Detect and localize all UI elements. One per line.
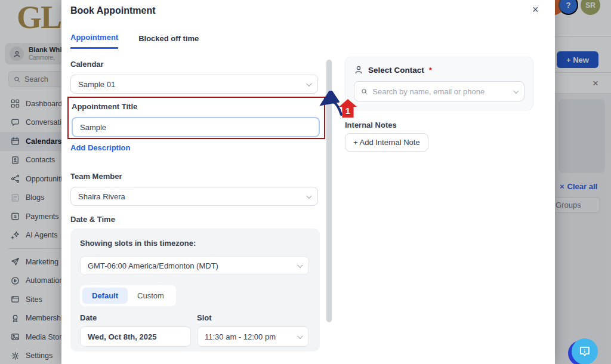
book-appointment-modal: Book Appointment × Appointment Blocked o… xyxy=(61,0,555,364)
add-description-link[interactable]: Add Description xyxy=(70,143,130,152)
modal-tabs: Appointment Blocked off time xyxy=(70,33,199,49)
chevron-down-icon xyxy=(306,81,312,87)
calendar-label: Calendar xyxy=(70,60,104,69)
search-icon xyxy=(361,88,368,95)
chevron-down-icon xyxy=(297,262,303,268)
team-member-select-value: Shaira Rivera xyxy=(78,192,125,201)
add-internal-note-button[interactable]: + Add Internal Note xyxy=(345,133,428,152)
required-asterisk: * xyxy=(429,66,432,75)
appointment-title-label: Appointment Title xyxy=(72,102,137,111)
screen: ? SR + New × × Clear all Groups GL Blank… xyxy=(0,0,611,364)
person-icon xyxy=(354,65,363,75)
calendar-select[interactable]: Sample 01 xyxy=(70,75,318,94)
modal-title: Book Appointment xyxy=(70,5,156,16)
slot-select-value: 11:30 am - 12:00 pm xyxy=(205,332,276,341)
chevron-down-icon xyxy=(306,193,312,199)
chevron-down-icon xyxy=(297,333,303,339)
tab-blocked-off-time[interactable]: Blocked off time xyxy=(138,33,199,49)
annotation-step-number: 1 xyxy=(345,106,350,116)
timezone-select-value: GMT-06:00 America/Edmonton (MDT) xyxy=(88,261,218,270)
appointment-title-input[interactable] xyxy=(72,117,320,137)
chat-bubble-icon xyxy=(572,338,598,364)
timezone-select[interactable]: GMT-06:00 America/Edmonton (MDT) xyxy=(80,256,309,275)
contact-search-input[interactable] xyxy=(372,87,508,96)
mode-default-button[interactable]: Default xyxy=(82,288,128,304)
calendar-select-value: Sample 01 xyxy=(78,80,115,89)
close-icon[interactable]: × xyxy=(532,4,539,15)
date-input[interactable]: Wed, Oct 8th, 2025 xyxy=(80,326,191,347)
date-label: Date xyxy=(80,313,197,322)
date-time-label: Date & Time xyxy=(70,215,115,224)
mode-custom-button[interactable]: Custom xyxy=(128,288,174,304)
team-member-select[interactable]: Shaira Rivera xyxy=(70,187,318,206)
tab-appointment[interactable]: Appointment xyxy=(70,33,118,49)
chevron-down-icon xyxy=(513,88,519,94)
date-time-panel: Showing slots in this timezone: GMT-06:0… xyxy=(70,229,320,351)
select-contact-card: Select Contact * xyxy=(345,57,533,110)
contact-search-select[interactable] xyxy=(354,81,524,101)
date-input-value: Wed, Oct 8th, 2025 xyxy=(88,332,156,341)
select-contact-label: Select Contact xyxy=(368,66,424,75)
slot-label: Slot xyxy=(197,313,212,322)
slot-select[interactable]: 11:30 am - 12:00 pm xyxy=(197,326,309,347)
timezone-label: Showing slots in this timezone: xyxy=(80,239,310,248)
slot-mode-toggle: Default Custom xyxy=(80,285,176,306)
chat-widget-button[interactable] xyxy=(568,338,598,364)
team-member-label: Team Member xyxy=(70,172,122,181)
